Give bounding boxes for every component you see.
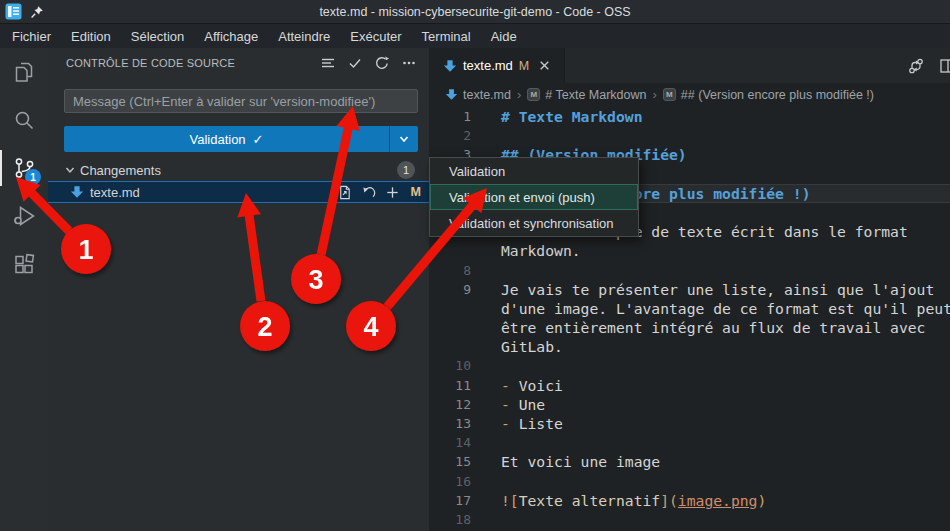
breadcrumb: texte.md › M # Texte Markdown › M ## (Ve… <box>429 83 950 106</box>
code-line[interactable]: 2 <box>429 126 950 145</box>
line-number <box>429 299 471 318</box>
commit-dropdown-button[interactable] <box>389 126 418 152</box>
menu-atteindre[interactable]: Atteindre <box>268 24 340 48</box>
more-actions-icon[interactable] <box>401 55 417 71</box>
breadcrumb-file[interactable]: texte.md <box>463 88 511 102</box>
chevron-right-icon: › <box>516 87 522 102</box>
code-line[interactable]: 10 <box>429 356 950 375</box>
code-line[interactable]: Markdown. <box>429 241 950 260</box>
scm-title: CONTRÔLE DE CODE SOURCE <box>66 57 320 69</box>
run-debug-icon <box>12 204 36 228</box>
chevron-down-icon <box>64 164 76 176</box>
menu-item-validation[interactable]: Validation <box>430 158 638 184</box>
line-number <box>429 318 471 337</box>
code-line[interactable]: 14 <box>429 433 950 452</box>
markdown-symbol-icon: M <box>663 88 676 101</box>
menu-item-validation-push[interactable]: Validation et envoi (push) <box>430 184 638 210</box>
title-bar: texte.md - mission-cybersecurite-git-dem… <box>0 0 950 24</box>
tab-bar: texte.md M <box>429 48 950 83</box>
line-content: GitLab. <box>501 337 563 356</box>
line-number: 10 <box>429 356 471 375</box>
line-number <box>429 241 471 260</box>
activity-source-control[interactable]: 1 <box>0 144 48 192</box>
line-number: 15 <box>429 452 471 471</box>
line-content: - Liste <box>501 414 563 433</box>
menu-item-validation-sync[interactable]: Validation et synchronisation <box>430 210 638 236</box>
menu-executer[interactable]: Exécuter <box>340 24 411 48</box>
source-control-badge: 1 <box>25 169 41 185</box>
menu-terminal[interactable]: Terminal <box>412 24 481 48</box>
commit-message-input[interactable]: Message (Ctrl+Enter à valider sur 'versi… <box>64 89 418 113</box>
code-line[interactable]: 18 <box>429 510 950 529</box>
line-content: Je vais te présenter une liste, ainsi qu… <box>501 280 934 299</box>
line-content: Et voici une image <box>501 452 660 471</box>
line-number: 18 <box>429 510 471 529</box>
line-number: 13 <box>429 414 471 433</box>
view-as-list-icon[interactable] <box>320 55 336 71</box>
breadcrumb-h1[interactable]: # Texte Markdown <box>545 88 646 102</box>
refresh-icon[interactable] <box>374 55 390 71</box>
markdown-symbol-icon: M <box>527 88 540 101</box>
line-number: 9 <box>429 280 471 299</box>
menu-aide[interactable]: Aide <box>481 24 527 48</box>
vscode-window: texte.md - mission-cybersecurite-git-dem… <box>0 0 950 531</box>
line-number: 14 <box>429 433 471 452</box>
code-line[interactable]: GitLab. <box>429 337 950 356</box>
activity-search[interactable] <box>0 96 48 144</box>
extensions-icon <box>12 252 36 276</box>
activity-extensions[interactable] <box>0 240 48 288</box>
scm-header: CONTRÔLE DE CODE SOURCE <box>48 48 429 78</box>
changed-file-row[interactable]: texte.md M <box>48 181 429 203</box>
check-icon: ✓ <box>253 132 264 147</box>
code-line[interactable]: 16 <box>429 472 950 491</box>
code-line[interactable]: 9Je vais te présenter une liste, ainsi q… <box>429 280 950 299</box>
modified-status-letter: M <box>411 185 421 199</box>
menu-bar: Fichier Edition Sélection Affichage Atte… <box>0 24 950 48</box>
breadcrumb-h2[interactable]: ## (Version encore plus modifiée !) <box>681 88 874 102</box>
code-line[interactable]: 1# Texte Markdown <box>429 107 950 126</box>
tab-texte-md[interactable]: texte.md M <box>429 48 565 83</box>
menu-affichage[interactable]: Affichage <box>194 24 268 48</box>
line-content: - Une <box>501 395 545 414</box>
code-line[interactable]: être entièrement intégré au flux de trav… <box>429 318 950 337</box>
code-line[interactable]: 11- Voici <box>429 376 950 395</box>
chevron-down-icon <box>398 133 410 145</box>
commit-check-icon[interactable] <box>347 55 363 71</box>
code-line[interactable]: 15Et voici une image <box>429 452 950 471</box>
line-number <box>429 337 471 356</box>
menu-fichier[interactable]: Fichier <box>2 24 61 48</box>
line-number: 2 <box>429 126 471 145</box>
files-icon <box>12 60 36 84</box>
activity-run-debug[interactable] <box>0 192 48 240</box>
changes-section-header[interactable]: Changements 1 <box>48 159 429 181</box>
code-line[interactable]: d'une image. L'avantage de ce format est… <box>429 299 950 318</box>
code-line[interactable]: 8 <box>429 261 950 280</box>
activity-bar: 1 <box>0 48 48 531</box>
line-content: ![Texte alternatif](image.png) <box>501 491 766 510</box>
discard-changes-icon[interactable] <box>361 185 376 200</box>
split-editor-icon[interactable] <box>939 57 950 75</box>
code-line[interactable]: 17![Texte alternatif](image.png) <box>429 491 950 510</box>
open-changes-icon[interactable] <box>907 57 925 75</box>
close-icon[interactable] <box>538 59 551 72</box>
chevron-right-icon: › <box>652 87 658 102</box>
menu-selection[interactable]: Sélection <box>121 24 194 48</box>
code-line[interactable]: 13- Liste <box>429 414 950 433</box>
line-number: 1 <box>429 107 471 126</box>
commit-dropdown-menu: Validation Validation et envoi (push) Va… <box>429 157 639 237</box>
open-file-icon[interactable] <box>337 185 352 200</box>
activity-explorer[interactable] <box>0 48 48 96</box>
code-line[interactable]: 12- Une <box>429 395 950 414</box>
stage-changes-icon[interactable] <box>385 185 400 200</box>
markdown-file-icon <box>445 88 458 101</box>
tab-modified-letter: M <box>519 59 529 73</box>
commit-button[interactable]: Validation✓ <box>64 126 389 152</box>
menu-edition[interactable]: Edition <box>61 24 121 48</box>
window-title: texte.md - mission-cybersecurite-git-dem… <box>0 5 950 19</box>
line-number: 16 <box>429 472 471 491</box>
line-number: 12 <box>429 395 471 414</box>
markdown-file-icon <box>70 185 84 199</box>
line-content: d'une image. L'avantage de ce format est… <box>501 299 950 318</box>
changes-count-badge: 1 <box>397 161 415 179</box>
commit-message-placeholder: Message (Ctrl+Enter à valider sur 'versi… <box>73 94 375 109</box>
